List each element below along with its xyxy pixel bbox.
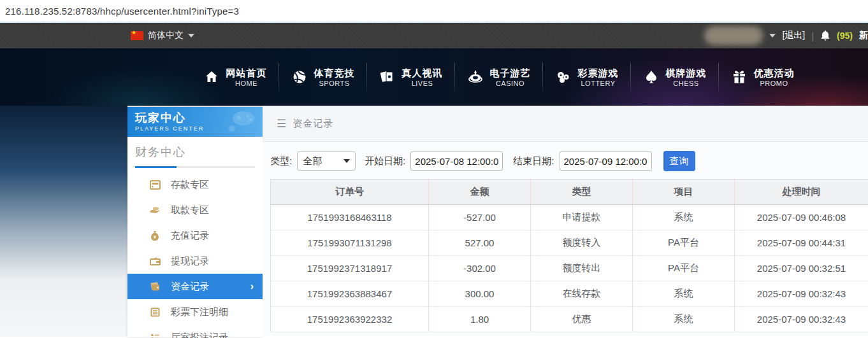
sidebar-item-存款专区[interactable]: 存款专区 bbox=[127, 172, 263, 197]
background-gradient bbox=[0, 106, 127, 337]
gift-icon bbox=[731, 69, 748, 85]
sidebar-item-label: 资金记录 bbox=[171, 281, 209, 293]
nav-label-cn: 优惠活动 bbox=[754, 67, 795, 79]
spade-icon bbox=[643, 69, 660, 85]
nav-item-lives[interactable]: 真人视讯LIVES bbox=[367, 67, 454, 88]
table-cell: 1.80 bbox=[429, 307, 531, 332]
notification-new-label[interactable]: 新 bbox=[859, 30, 868, 41]
table-cell: 2025-07-09 00:46:08 bbox=[735, 205, 868, 230]
table-cell: 系统 bbox=[633, 307, 735, 332]
table-cell: 2025-07-09 00:32:43 bbox=[735, 307, 868, 332]
wallet-icon bbox=[149, 255, 161, 267]
sidebar-item-label: 彩票下注明细 bbox=[171, 306, 228, 318]
purse-icon bbox=[149, 281, 161, 292]
page-url[interactable]: 216.118.235.52:8783/hhcp/usercenter.html… bbox=[5, 6, 239, 17]
nav-item-home[interactable]: 网站首页HOME bbox=[191, 67, 278, 88]
svg-text:¥: ¥ bbox=[154, 234, 156, 239]
table-header-row: 订单号金额类型项目处理时间 bbox=[271, 180, 868, 205]
sidebar-item-取款专区[interactable]: 取款专区 bbox=[127, 197, 263, 223]
bell-icon[interactable] bbox=[820, 30, 830, 41]
table-cell: 申请提款 bbox=[531, 205, 633, 230]
nav-label-cn: 网站首页 bbox=[226, 67, 267, 79]
column-header: 类型 bbox=[531, 180, 633, 205]
table-cell: 1751993168463118 bbox=[271, 205, 429, 230]
sidebar-header: 玩家中心 PLAYERS CENTER bbox=[127, 107, 263, 137]
user-menu-chevron-icon[interactable] bbox=[769, 34, 776, 38]
section-underline bbox=[135, 166, 255, 168]
sidebar-item-label: 厅室投注记录 bbox=[171, 332, 228, 338]
sidebar-item-label: 提现记录 bbox=[171, 255, 209, 267]
logout-link[interactable]: [退出] bbox=[782, 30, 805, 41]
table-row: 1751992363883467300.00在线存款系统2025-07-09 0… bbox=[271, 281, 868, 307]
table-cell: 1751992363883467 bbox=[271, 281, 429, 307]
nav-item-promo[interactable]: 优惠活动PROMO bbox=[719, 67, 806, 88]
hamburger-icon[interactable]: ☰ bbox=[277, 117, 286, 130]
nav-label-en: PROMO bbox=[754, 79, 795, 88]
lottery-balls-icon bbox=[555, 69, 572, 85]
table-cell: PA平台 bbox=[633, 230, 735, 256]
document-icon bbox=[149, 306, 161, 318]
sidebar-item-label: 充值记录 bbox=[171, 230, 209, 242]
nav-label-en: SPORTS bbox=[314, 79, 355, 88]
sports-ball-icon bbox=[291, 69, 308, 85]
language-selector[interactable]: 简体中文 bbox=[131, 30, 194, 41]
top-bar: 简体中文 [退出] | (95) 新 bbox=[0, 23, 868, 48]
column-header: 项目 bbox=[633, 180, 735, 205]
end-date-label: 结束日期: bbox=[513, 155, 554, 167]
roulette-icon bbox=[467, 69, 484, 85]
table-cell: 1751992363922332 bbox=[271, 307, 429, 332]
nav-label-cn: 彩票游戏 bbox=[578, 67, 619, 79]
nav-label-en: LIVES bbox=[402, 79, 443, 88]
table-cell: 2025-07-09 00:44:31 bbox=[735, 230, 868, 256]
table-cell: 1751992371318917 bbox=[271, 256, 429, 281]
sidebar-item-厅室投注记录[interactable]: 厅室投注记录 bbox=[127, 325, 263, 338]
table-cell: -527.00 bbox=[429, 205, 531, 230]
table-cell: 1751993071131298 bbox=[271, 230, 429, 256]
start-date-input[interactable] bbox=[410, 151, 503, 171]
nav-label-cn: 棋牌游戏 bbox=[666, 67, 707, 79]
nav-item-casino[interactable]: 电子游艺CASINO bbox=[455, 67, 542, 88]
type-select[interactable]: 全部 bbox=[297, 151, 356, 171]
nav-item-lottery[interactable]: 彩票游戏LOTTERY bbox=[543, 67, 630, 88]
divider: | bbox=[811, 31, 814, 41]
nav-label-cn: 真人视讯 bbox=[402, 67, 443, 79]
table-cell: 系统 bbox=[633, 205, 735, 230]
nav-label-en: CASINO bbox=[490, 79, 531, 88]
table-cell: 额度转入 bbox=[531, 230, 633, 256]
sidebar-item-提现记录[interactable]: 提现记录 bbox=[127, 248, 263, 274]
table-row: 1751993168463118-527.00申请提款系统2025-07-09 … bbox=[271, 205, 868, 230]
table-row: 17519923639223321.80优惠系统2025-07-09 00:32… bbox=[271, 307, 868, 332]
chevron-down-icon bbox=[188, 34, 194, 38]
column-header: 处理时间 bbox=[735, 180, 868, 205]
start-date-label: 开始日期: bbox=[365, 155, 405, 167]
table-row: 1751992371318917-302.00额度转出PA平台2025-07-0… bbox=[271, 256, 868, 281]
sidebar-item-资金记录[interactable]: 资金记录› bbox=[127, 274, 263, 299]
table-cell: PA平台 bbox=[633, 256, 735, 281]
table-cell: 527.00 bbox=[429, 230, 531, 256]
moneybag-icon: ¥ bbox=[149, 230, 161, 241]
nav-item-sports[interactable]: 体育竞技SPORTS bbox=[279, 67, 366, 88]
column-header: 金额 bbox=[429, 180, 531, 205]
end-date-input[interactable] bbox=[560, 151, 652, 171]
notification-count[interactable]: (95) bbox=[837, 31, 853, 41]
type-label: 类型: bbox=[270, 155, 292, 167]
table-cell: 在线存款 bbox=[531, 281, 633, 307]
type-select-value: 全部 bbox=[303, 155, 322, 167]
table-cell: 优惠 bbox=[531, 307, 633, 332]
select-chevron-icon bbox=[344, 159, 350, 163]
sidebar-item-彩票下注明细[interactable]: 彩票下注明细 bbox=[127, 299, 263, 325]
china-flag-icon bbox=[131, 31, 143, 40]
table-cell: 2025-07-09 00:32:43 bbox=[735, 281, 868, 307]
language-label: 简体中文 bbox=[148, 30, 184, 41]
breadcrumb-bar: ☰ 资金记录 bbox=[263, 106, 868, 142]
table-cell: 2025-07-09 00:32:51 bbox=[735, 256, 868, 281]
browser-url-bar: 216.118.235.52:8783/hhcp/usercenter.html… bbox=[0, 0, 868, 23]
nav-item-chess[interactable]: 棋牌游戏CHESS bbox=[631, 67, 718, 88]
nav-label-en: CHESS bbox=[666, 79, 707, 88]
chevron-right-icon: › bbox=[250, 281, 254, 292]
nav-label-en: LOTTERY bbox=[578, 79, 619, 88]
username-redacted[interactable] bbox=[704, 26, 763, 45]
sidebar-item-充值记录[interactable]: ¥充值记录 bbox=[127, 223, 263, 248]
nav-label-cn: 体育竞技 bbox=[314, 67, 355, 79]
query-button[interactable]: 查询 bbox=[663, 151, 695, 171]
